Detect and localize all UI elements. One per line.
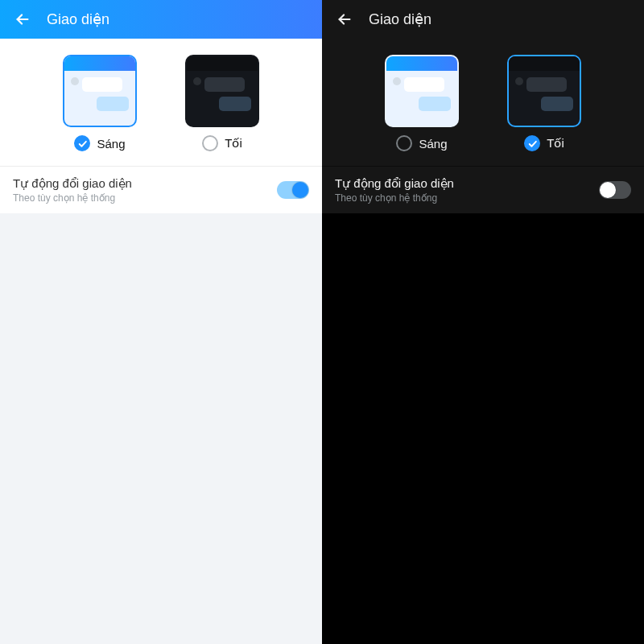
light-preview-card xyxy=(385,55,459,127)
theme-option-dark[interactable]: Tối xyxy=(507,55,581,151)
back-arrow-icon[interactable] xyxy=(13,10,32,29)
theme-option-dark-label: Tối xyxy=(225,136,242,151)
theme-option-dark-radio-row: Tối xyxy=(202,135,242,151)
theme-options: Sáng Tối xyxy=(0,39,322,166)
header-title: Giao diện xyxy=(369,10,431,28)
radio-empty-icon[interactable] xyxy=(396,135,412,151)
auto-theme-subtitle: Theo tùy chọn hệ thống xyxy=(335,192,454,204)
header-bar: Giao diện xyxy=(322,0,644,39)
back-arrow-icon[interactable] xyxy=(335,10,354,29)
theme-option-light-label: Sáng xyxy=(97,137,125,151)
radio-checked-icon[interactable] xyxy=(524,135,540,151)
toggle-knob xyxy=(600,182,616,198)
auto-theme-text: Tự động đổi giao diện Theo tùy chọn hệ t… xyxy=(335,176,454,204)
auto-theme-toggle[interactable] xyxy=(277,181,309,199)
theme-option-light-radio-row: Sáng xyxy=(396,135,447,151)
theme-option-light-label: Sáng xyxy=(419,137,447,151)
dark-preview-card xyxy=(185,55,259,127)
auto-theme-row: Tự động đổi giao diện Theo tùy chọn hệ t… xyxy=(0,166,322,213)
theme-option-light[interactable]: Sáng xyxy=(63,55,137,151)
header-bar: Giao diện xyxy=(0,0,322,39)
theme-option-dark-radio-row: Tối xyxy=(524,135,564,151)
auto-theme-subtitle: Theo tùy chọn hệ thống xyxy=(13,192,132,204)
dark-theme-screen: Giao diện Sáng xyxy=(322,0,644,644)
theme-options: Sáng Tối xyxy=(322,39,644,166)
auto-theme-title: Tự động đổi giao diện xyxy=(335,176,454,191)
radio-checked-icon[interactable] xyxy=(74,135,90,151)
auto-theme-toggle[interactable] xyxy=(599,181,631,199)
theme-option-light-radio-row: Sáng xyxy=(74,135,125,151)
auto-theme-row: Tự động đổi giao diện Theo tùy chọn hệ t… xyxy=(322,166,644,213)
toggle-knob xyxy=(292,182,308,198)
header-title: Giao diện xyxy=(47,10,109,28)
light-preview-card xyxy=(63,55,137,127)
auto-theme-text: Tự động đổi giao diện Theo tùy chọn hệ t… xyxy=(13,176,132,204)
radio-empty-icon[interactable] xyxy=(202,135,218,151)
theme-option-dark[interactable]: Tối xyxy=(185,55,259,151)
light-theme-screen: Giao diện Sáng xyxy=(0,0,322,644)
auto-theme-title: Tự động đổi giao diện xyxy=(13,176,132,191)
theme-option-dark-label: Tối xyxy=(547,136,564,151)
theme-option-light[interactable]: Sáng xyxy=(385,55,459,151)
dark-preview-card xyxy=(507,55,581,127)
